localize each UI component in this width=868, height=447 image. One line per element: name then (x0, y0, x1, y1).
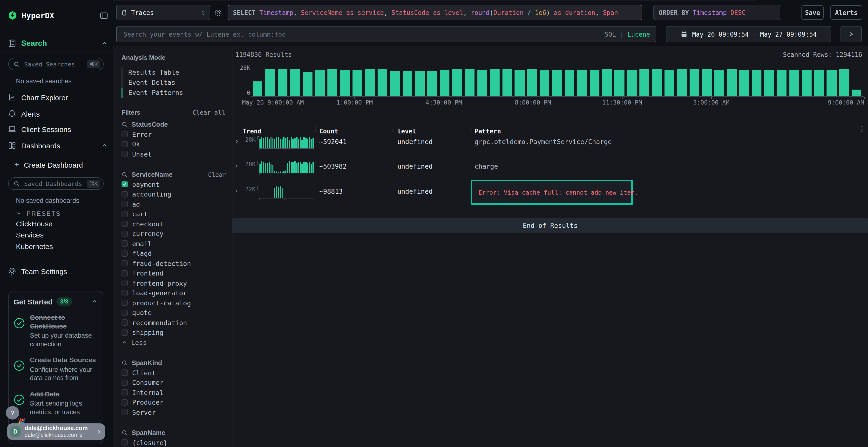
column-resize-handle[interactable]: ⋮ (467, 126, 473, 133)
sidebar-item-search[interactable]: Search (8, 38, 108, 49)
alerts-button[interactable]: Alerts (830, 5, 862, 20)
preset-item-services[interactable]: Services (16, 231, 44, 239)
clear-all-filters-link[interactable]: Clear all (193, 109, 225, 116)
sql-mode-toggle[interactable]: SQL (604, 31, 616, 38)
filter-option[interactable]: Error (122, 129, 228, 139)
analysis-mode-results-table[interactable]: Results Table (122, 67, 183, 77)
search-icon[interactable] (122, 122, 128, 128)
column-header-count[interactable]: Count (319, 128, 338, 135)
column-resize-handle[interactable]: ⋮ (390, 126, 396, 133)
search-input[interactable] (123, 30, 604, 38)
create-dashboard-button[interactable]: + Create Dashboard (14, 160, 108, 170)
search-icon[interactable] (122, 171, 128, 178)
search-icon[interactable] (122, 429, 128, 436)
checkbox[interactable] (122, 409, 128, 415)
sidebar-item-team-settings[interactable]: Team Settings (8, 266, 108, 276)
filter-option[interactable]: quote (122, 308, 228, 318)
filter-option[interactable]: checkout (122, 219, 228, 229)
filter-option[interactable]: frontend (122, 268, 228, 278)
checkbox[interactable] (122, 380, 128, 386)
get-started-header[interactable]: Get Started 3/3 (13, 297, 98, 306)
pattern-cell[interactable]: charge (474, 162, 498, 170)
get-started-item[interactable]: Add DataStart sending logs, metrics, or … (13, 390, 98, 416)
get-started-item[interactable]: Connect to ClickHouseSet up your databas… (13, 314, 98, 348)
filter-option[interactable]: Consumer (122, 378, 228, 387)
filter-option[interactable]: product-catalog (122, 298, 228, 308)
filter-option[interactable]: Ok (122, 139, 228, 149)
pattern-cell[interactable]: grpc.oteldemo.PaymentService/Charge (474, 138, 612, 145)
sidebar-item-client-sessions[interactable]: Client Sessions (8, 124, 108, 134)
checkbox[interactable] (122, 250, 128, 257)
clear-filter-link[interactable]: Clear (208, 171, 228, 178)
presets-toggle[interactable]: PRESETS (16, 208, 108, 219)
chevron-up-icon[interactable] (101, 142, 108, 149)
checkbox[interactable] (122, 151, 128, 157)
filter-option[interactable]: shipping (122, 328, 228, 337)
filter-option[interactable]: load-generator (122, 288, 228, 298)
highlighted-pattern-box[interactable]: Error: Visa cache full: cannot add new i… (471, 180, 633, 205)
filter-option[interactable]: Producer (122, 398, 228, 407)
preset-item-clickhouse[interactable]: ClickHouse (16, 220, 53, 228)
checkbox[interactable] (122, 290, 128, 296)
source-settings-gear-icon[interactable] (214, 9, 222, 17)
checkbox[interactable] (122, 231, 128, 237)
help-button[interactable]: ? (6, 406, 19, 419)
column-header-trend[interactable]: Trend (243, 128, 261, 135)
show-less-toggle[interactable]: Less (122, 337, 228, 347)
filter-option[interactable]: flagd (122, 248, 228, 259)
analysis-mode-event-patterns[interactable]: Event Patterns (122, 88, 183, 98)
filter-option[interactable]: payment (122, 179, 228, 189)
checkbox[interactable] (122, 191, 128, 198)
saved-dashboards-field[interactable] (23, 179, 83, 187)
column-header-pattern[interactable]: Pattern (474, 128, 501, 135)
column-resize-handle[interactable]: ⋮ (312, 126, 319, 133)
sql-select-editor[interactable]: SELECT Timestamp, ServiceName as service… (227, 5, 642, 20)
chevron-up-icon[interactable] (101, 40, 108, 47)
saved-dashboards-input[interactable]: ⌘K (8, 177, 104, 190)
get-started-item[interactable]: Create Data SourcesConfigure where your … (13, 356, 98, 382)
filter-option[interactable]: frontend-proxy (122, 278, 228, 288)
column-header-level[interactable]: level (397, 128, 416, 135)
filter-option[interactable]: Internal (122, 387, 228, 398)
filter-option[interactable]: Server (122, 407, 228, 417)
filter-option[interactable]: accounting (122, 189, 228, 199)
checkbox[interactable] (122, 310, 128, 316)
saved-searches-input[interactable]: ⌘K (8, 58, 104, 70)
checkbox[interactable] (122, 221, 128, 227)
checkbox[interactable] (122, 260, 128, 267)
checkbox[interactable] (122, 280, 128, 286)
table-options-kebab-icon[interactable]: ⋮ (858, 126, 866, 133)
checkbox[interactable] (122, 300, 128, 306)
filter-option[interactable]: email (122, 239, 228, 248)
checkbox[interactable] (122, 389, 128, 396)
preset-item-kubernetes[interactable]: Kubernetes (16, 242, 53, 250)
chevron-up-icon[interactable] (91, 298, 98, 305)
filter-option[interactable]: {closure} (122, 438, 228, 447)
saved-searches-field[interactable] (23, 60, 83, 68)
save-button[interactable]: Save (802, 5, 824, 20)
filter-option[interactable]: ad (122, 199, 228, 209)
source-select[interactable]: Traces (116, 5, 210, 20)
checkbox[interactable] (122, 270, 128, 276)
user-menu[interactable]: D dale@clickhouse.com dale@clickhouse.co… (7, 423, 105, 440)
sidebar-item-alerts[interactable]: Alerts (8, 108, 108, 119)
order-by-editor[interactable]: ORDER BY Timestamp DESC (653, 5, 780, 20)
date-range-picker[interactable]: May 26 09:09:54 - May 27 09:09:54 (666, 26, 831, 42)
checkbox[interactable] (122, 319, 128, 326)
checkbox[interactable] (122, 201, 128, 207)
filter-option[interactable]: fraud-detection (122, 259, 228, 268)
filter-option[interactable]: Client (122, 368, 228, 378)
filter-option[interactable]: cart (122, 209, 228, 219)
sidebar-item-dashboards[interactable]: Dashboards (8, 140, 108, 151)
filter-option[interactable]: recommendation (122, 318, 228, 328)
checkbox[interactable] (122, 241, 128, 247)
search-bar[interactable]: SQL | Lucene (116, 26, 656, 42)
lucene-mode-toggle[interactable]: Lucene (627, 31, 650, 38)
checkbox[interactable] (122, 141, 128, 147)
checkbox[interactable] (122, 211, 128, 217)
filter-option[interactable]: Unset (122, 149, 228, 159)
live-tail-play-button[interactable] (840, 26, 862, 42)
sidebar-item-chart-explorer[interactable]: Chart Explorer (8, 92, 108, 103)
checkbox[interactable] (122, 399, 128, 406)
checkbox[interactable] (122, 370, 128, 376)
